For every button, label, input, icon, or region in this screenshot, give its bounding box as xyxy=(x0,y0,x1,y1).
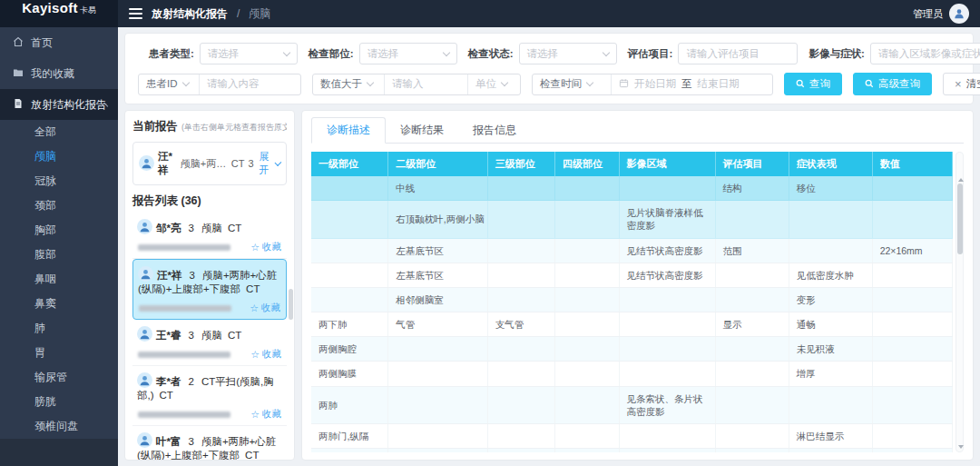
table-cell[interactable] xyxy=(789,201,872,238)
table-cell[interactable]: 左基底节区 xyxy=(388,263,488,287)
table-cell[interactable] xyxy=(487,201,554,238)
breadcrumb-root[interactable]: 放射结构化报告 xyxy=(152,6,228,22)
table-cell[interactable] xyxy=(619,449,715,452)
table-cell[interactable] xyxy=(487,362,554,386)
table-cell[interactable] xyxy=(554,362,619,386)
sidebar-item-structured-reports[interactable]: 放射结构化报告 xyxy=(0,89,118,120)
table-cell[interactable] xyxy=(619,362,715,386)
table-cell[interactable]: 22×16mm xyxy=(872,238,952,263)
table-cell[interactable]: 两肺门,纵隔 xyxy=(311,449,388,452)
table-cell[interactable] xyxy=(487,423,554,448)
table-cell[interactable] xyxy=(554,386,619,423)
table-cell[interactable]: 右顶颞枕叶,两侧小脑 xyxy=(388,201,488,238)
table-cell[interactable] xyxy=(311,287,388,312)
favorite-button[interactable]: ☆收藏 xyxy=(250,241,281,253)
table-cell[interactable] xyxy=(554,337,619,362)
table-cell[interactable]: 未见积液 xyxy=(789,337,872,362)
table-cell[interactable] xyxy=(554,423,619,448)
table-cell[interactable] xyxy=(872,312,952,337)
table-cell[interactable] xyxy=(872,449,952,452)
table-cell[interactable] xyxy=(789,386,872,423)
tab-2[interactable]: 诊断结果 xyxy=(386,117,458,144)
table-cell[interactable] xyxy=(388,449,488,452)
table-cell[interactable] xyxy=(388,386,488,423)
user-menu[interactable]: 管理员 xyxy=(913,4,980,24)
sidebar-sub-item[interactable]: 冠脉 xyxy=(0,169,118,193)
table-cell[interactable] xyxy=(487,386,554,423)
table-cell[interactable] xyxy=(554,238,619,263)
table-cell[interactable]: 两肺门,纵隔 xyxy=(311,423,388,448)
scrollbar-thumb[interactable] xyxy=(957,183,963,254)
table-cell[interactable] xyxy=(715,263,789,287)
sidebar-sub-item[interactable]: 胸部 xyxy=(0,218,118,243)
favorite-button[interactable]: ☆收藏 xyxy=(250,348,281,361)
scroll-up-icon[interactable] xyxy=(958,178,964,182)
table-cell[interactable] xyxy=(619,176,715,201)
patient-id-select[interactable]: 患者ID xyxy=(139,74,199,94)
table-cell[interactable] xyxy=(872,263,952,287)
report-list-item[interactable]: 叶*富3颅脑+两肺+心脏(纵隔)+上腹部+下腹部CT☆收藏 xyxy=(132,426,287,460)
table-cell[interactable] xyxy=(872,287,952,312)
table-cell[interactable]: 增厚 xyxy=(789,362,872,386)
table-cell[interactable] xyxy=(715,386,789,423)
report-list-item[interactable]: 李*者2CT平扫(颅脑,胸部,)CT☆收藏 xyxy=(132,366,287,426)
current-report-card[interactable]: 汪*祥 颅脑+两肺+心脏(纵隔)+上腹部+下腹部 CT 3 展开 xyxy=(132,142,287,185)
table-cell[interactable] xyxy=(715,287,789,312)
list-scrollbar[interactable] xyxy=(289,289,293,320)
table-cell[interactable] xyxy=(872,423,952,448)
table-cell[interactable]: 范围 xyxy=(715,238,789,263)
table-cell[interactable] xyxy=(554,201,619,238)
table-cell[interactable]: 淋巴结显示 xyxy=(789,423,872,448)
table-cell[interactable] xyxy=(872,176,952,201)
exam-part-select[interactable]: 请选择 xyxy=(359,43,457,64)
sidebar-sub-item[interactable]: 全部 xyxy=(0,120,118,144)
table-cell[interactable]: 见低密度水肿 xyxy=(789,263,872,287)
table-cell[interactable] xyxy=(872,362,952,386)
table-cell[interactable]: 两肺 xyxy=(311,386,388,423)
table-cell[interactable]: 部分轻肿大 xyxy=(789,449,872,452)
clear-button[interactable]: × 清空 xyxy=(943,73,980,95)
table-cell[interactable] xyxy=(487,337,554,362)
table-cell[interactable] xyxy=(554,449,619,452)
table-cell[interactable]: 移位 xyxy=(789,176,872,201)
table-cell[interactable]: 见条索状、条片状高密度影 xyxy=(619,386,715,423)
table-cell[interactable] xyxy=(388,337,488,362)
unit-select[interactable]: 单位 xyxy=(467,74,520,94)
image-symptom-input[interactable]: 请输入区域影像或症状表现 xyxy=(870,43,980,64)
table-cell[interactable] xyxy=(619,287,715,312)
table-cell[interactable] xyxy=(619,423,715,448)
table-cell[interactable] xyxy=(311,263,388,287)
table-cell[interactable] xyxy=(388,362,488,386)
table-scrollbar[interactable] xyxy=(956,152,964,452)
table-cell[interactable] xyxy=(487,287,554,312)
report-list-item[interactable]: 邹*亮3颅脑CT☆收藏 xyxy=(132,213,287,259)
favorite-button[interactable]: ☆收藏 xyxy=(250,408,281,421)
tab-1[interactable]: 诊断描述 xyxy=(311,117,386,144)
table-cell[interactable] xyxy=(311,201,388,238)
search-button[interactable]: 查询 xyxy=(784,73,842,95)
patient-type-select[interactable]: 请选择 xyxy=(200,43,298,64)
exam-status-select[interactable]: 请选择 xyxy=(519,43,617,64)
user-avatar-icon[interactable] xyxy=(949,4,969,24)
sidebar-sub-item[interactable]: 颈椎间盘 xyxy=(0,414,118,439)
sidebar-sub-item[interactable]: 颅脑 xyxy=(0,144,118,169)
sidebar-sub-item[interactable]: 胃 xyxy=(0,341,118,365)
table-cell[interactable]: 中线 xyxy=(388,176,488,201)
table-cell[interactable]: 见结节状高密度影 xyxy=(619,263,715,287)
expand-button[interactable]: 展开 xyxy=(260,150,280,177)
table-cell[interactable] xyxy=(554,176,619,201)
sidebar-sub-item[interactable]: 输尿管 xyxy=(0,365,118,390)
sidebar-sub-item[interactable]: 肺 xyxy=(0,316,118,341)
table-cell[interactable]: 两下肺 xyxy=(311,312,388,337)
tab-3[interactable]: 报告信息 xyxy=(458,117,531,144)
report-list-item[interactable]: 汪*祥3颅脑+两肺+心脏(纵隔)+上腹部+下腹部CT☆收藏 xyxy=(132,259,287,320)
table-cell[interactable]: 见片状脑脊液样低密度影 xyxy=(619,201,715,238)
sidebar-sub-item[interactable]: 腹部 xyxy=(0,243,118,267)
table-cell[interactable] xyxy=(554,312,619,337)
table-cell[interactable] xyxy=(715,423,789,448)
table-cell[interactable] xyxy=(872,386,952,423)
exam-time-select[interactable]: 检查时间 xyxy=(533,74,611,94)
sidebar-sub-item[interactable]: 鼻窦 xyxy=(0,292,118,316)
sidebar-item-home[interactable]: 首页 xyxy=(0,27,118,58)
table-cell[interactable]: 结构 xyxy=(715,176,789,201)
